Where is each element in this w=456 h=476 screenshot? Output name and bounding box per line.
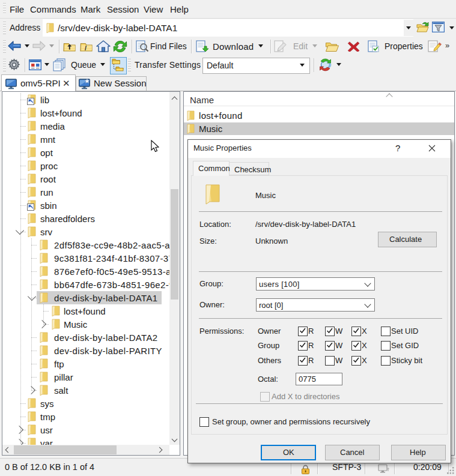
svg-text:/: / xyxy=(85,44,87,52)
